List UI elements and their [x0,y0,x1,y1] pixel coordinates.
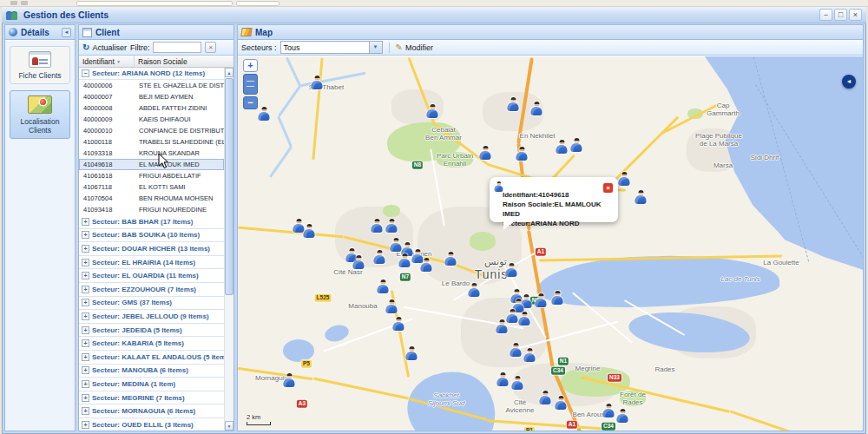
expand-group-icon[interactable]: + [82,339,89,347]
chevron-down-icon[interactable]: ▼ [369,42,382,53]
expand-group-icon[interactable]: + [82,231,89,239]
table-row[interactable]: 41093318KROUNA SKANDAR [79,148,224,159]
modifier-button[interactable]: ✎ Modifier [396,43,433,52]
table-row[interactable]: 41067118EL KOTTI SAMI [79,181,224,193]
zoom-in-button[interactable]: + [243,59,258,72]
client-marker[interactable] [519,312,530,326]
client-marker[interactable] [552,291,563,305]
group-header[interactable]: +Secteur: KABARIA (5 Items) [79,337,224,351]
zoom-out-button[interactable]: − [243,96,258,109]
table-row[interactable]: 41093418FRIGUI NOUREDDINE [79,204,224,215]
group-header[interactable]: −Secteur: ARIANA NORD (12 Items) [79,68,224,80]
expand-group-icon[interactable]: + [82,421,89,429]
expand-group-icon[interactable]: + [82,312,89,320]
group-header[interactable]: +Secteur: BAB SOUIKA (10 Items) [79,229,224,243]
expand-group-icon[interactable]: + [82,299,89,306]
group-header[interactable]: +Secteur: EL HRAIRIA (14 Items) [79,256,224,270]
secteurs-combobox[interactable]: Tous ▼ [280,41,383,54]
zoom-slider[interactable] [243,74,258,95]
client-marker[interactable] [571,138,582,152]
filter-input[interactable] [153,42,201,53]
table-row[interactable]: 40000008ABDEL FATTEH ZIDINI [79,102,224,114]
group-header[interactable]: +Secteur: GMS (37 Items) [79,297,224,311]
minimize-button[interactable]: − [819,9,832,21]
client-marker[interactable] [556,396,567,410]
sidebar-item-localisation[interactable]: Localisation Clients [10,90,70,139]
client-marker[interactable] [536,293,547,307]
restore-button[interactable]: □ [834,9,847,21]
table-row[interactable]: 41061618FRIGUI ABDELLATIF [79,170,224,181]
client-marker[interactable] [391,238,402,252]
client-marker[interactable] [406,346,418,360]
table-row[interactable]: 41000118TRABELSI SLAHEDDINE (EL HAMED [79,136,224,148]
client-marker[interactable] [374,250,385,264]
expand-group-icon[interactable]: + [82,259,89,266]
expand-group-icon[interactable]: + [82,245,89,253]
column-header-raison-sociale[interactable]: Raison Sociale [135,56,233,67]
expand-group-icon[interactable]: + [82,218,89,226]
client-marker[interactable] [556,140,568,154]
client-marker[interactable] [304,224,315,238]
client-marker[interactable] [497,372,509,386]
map-canvas[interactable]: + − ◄ 2 km × Identifiant:41049618 Raison… [238,56,863,431]
client-marker[interactable] [378,279,389,293]
table-row[interactable]: 40000007BEJI MED AYMEN [79,91,224,102]
expand-group-icon[interactable]: + [82,394,89,402]
client-marker[interactable] [635,190,647,204]
collapse-details-button[interactable]: ◄ [62,28,71,37]
close-button[interactable]: × [849,9,862,21]
client-marker[interactable] [386,219,398,233]
group-header[interactable]: +Secteur: EZZOUHOUR (7 Items) [79,283,224,297]
client-marker[interactable] [506,263,517,277]
client-marker[interactable] [399,253,411,267]
client-marker[interactable] [353,255,365,269]
client-marker[interactable] [469,283,480,297]
table-row[interactable]: 40000006STE EL GHAZELLA DE DISTRIBUTIO [79,80,224,91]
group-header[interactable]: +Secteur: JEBEL JELLOUD (9 Items) [79,310,224,324]
client-marker[interactable] [617,409,628,423]
client-marker[interactable] [427,104,438,118]
group-header[interactable]: +Secteur: BAB BHAR (17 Items) [79,215,224,229]
client-marker[interactable] [386,299,398,313]
client-marker[interactable] [496,319,508,333]
client-marker[interactable] [372,219,383,233]
client-marker[interactable] [445,252,457,266]
group-header[interactable]: +Secteur: JEDEIDA (5 Items) [79,324,224,338]
group-header[interactable]: +Secteur: OUED ELLIL (3 Items) [79,418,224,431]
scrollbar-thumb[interactable] [225,78,233,295]
group-header[interactable]: +Secteur: DOUAR HICHER (13 Items) [79,242,224,256]
scroll-up-icon[interactable]: ▲ [225,68,233,77]
refresh-button[interactable]: ↻ Actualiser [82,43,127,52]
grid-scrollbar[interactable]: ▲ ▼ [224,68,233,431]
expand-group-icon[interactable]: + [82,380,89,388]
group-header[interactable]: +Secteur: EL OUARDIA (11 Items) [79,269,224,283]
group-header[interactable]: +Secteur: MORNAGUIA (6 Items) [79,404,224,418]
client-marker[interactable] [421,258,432,272]
client-marker[interactable] [524,348,536,362]
client-marker[interactable] [516,147,528,161]
clear-filter-button[interactable]: × [205,42,216,53]
group-header[interactable]: +Secteur: KALAAT EL ANDALOUS (5 Items) [79,351,224,365]
client-marker[interactable] [603,404,615,418]
client-marker[interactable] [507,309,518,323]
expand-group-icon[interactable]: + [82,366,89,374]
expand-group-icon[interactable]: + [82,272,89,279]
table-row[interactable]: 40000010CONFIANCE DE DISTRIBUTION [79,125,224,136]
client-marker[interactable] [284,373,295,387]
expand-group-icon[interactable]: + [82,286,89,293]
client-marker[interactable] [619,172,630,186]
expand-group-icon[interactable]: + [82,407,89,415]
client-marker[interactable] [540,391,551,404]
expand-panel-button[interactable]: ◄ [842,75,856,89]
client-marker[interactable] [480,146,491,160]
expand-group-icon[interactable]: + [82,353,89,361]
scroll-down-icon[interactable]: ▼ [225,421,233,431]
client-marker[interactable] [510,343,522,357]
client-marker[interactable] [531,102,542,115]
client-marker[interactable] [312,76,323,89]
group-header[interactable]: +Secteur: MEGRINE (7 Items) [79,391,224,405]
table-row[interactable]: 41049618EL MAMLOUK IMED [79,159,224,170]
client-marker[interactable] [508,97,519,111]
group-header[interactable]: +Secteur: MEDINA (1 Item) [79,378,224,391]
collapse-group-icon[interactable]: − [82,69,89,77]
